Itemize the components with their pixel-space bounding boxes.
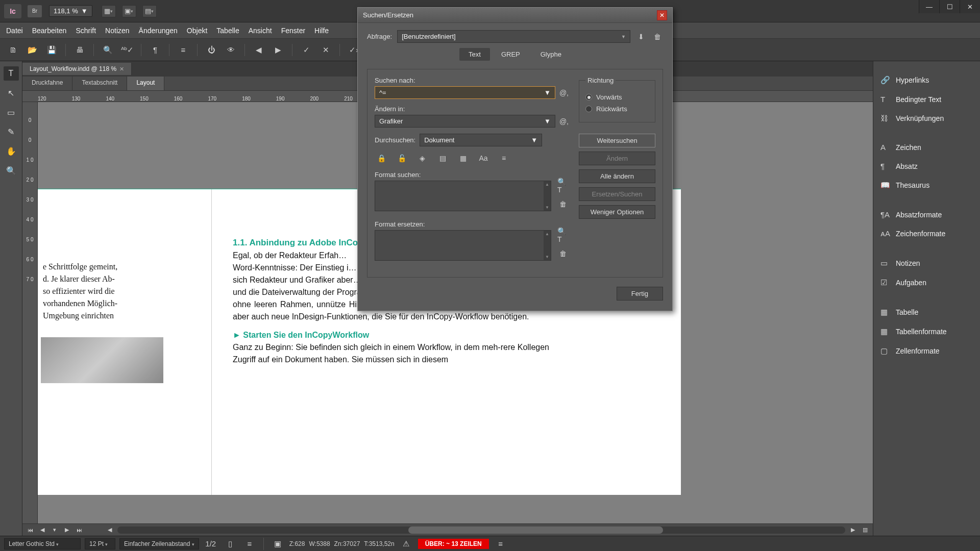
page-dropdown[interactable]: ▾ [50, 527, 59, 533]
menu-hilfe[interactable]: Hilfe [314, 27, 329, 35]
menu-objekt[interactable]: Objekt [187, 27, 207, 35]
radio-backward[interactable]: Rückwärts [585, 105, 649, 113]
prev-icon[interactable]: ◀ [251, 43, 266, 57]
tab-layout[interactable]: Layout [127, 77, 164, 90]
spellcheck-icon[interactable]: ᴬᵇ✓ [119, 43, 135, 57]
panel-character-styles[interactable]: ᴀAZeichenformate [873, 224, 980, 243]
zoom-dropdown[interactable]: 118,1 % ▼ [49, 5, 92, 17]
hidden-layers-icon[interactable]: ◈ [415, 153, 429, 164]
case-sensitive-icon[interactable]: Aa [477, 153, 490, 164]
lines-icon[interactable]: ≡ [242, 537, 257, 550]
dialog-close-button[interactable]: ✕ [657, 10, 667, 20]
master-pages-icon[interactable]: ▤ [436, 153, 449, 164]
panel-assignments[interactable]: ☑Aufgaben [873, 273, 980, 292]
horizontal-scrollbar[interactable] [117, 527, 845, 534]
zoom-tool[interactable]: 🔍 [4, 163, 19, 178]
format-find-box[interactable]: ▲▼ [375, 181, 551, 211]
change-button[interactable]: Ändern [579, 152, 655, 165]
locked-stories-icon[interactable]: 🔓 [395, 153, 408, 164]
panel-notes[interactable]: ▭Notizen [873, 254, 980, 273]
dialog-titlebar[interactable]: Suchen/Ersetzen ✕ [358, 8, 672, 23]
screen-mode-icon[interactable]: ▣▾ [122, 5, 136, 17]
panel-character[interactable]: AZeichen [873, 138, 980, 157]
save-icon[interactable]: 💾 [44, 43, 59, 57]
power-icon[interactable]: ⏻ [204, 43, 219, 57]
specify-find-format-icon[interactable]: 🔍T [557, 181, 569, 191]
new-icon[interactable]: 🗎 [5, 43, 20, 57]
radio-forward[interactable]: Vorwärts [585, 93, 649, 101]
pilcrow-icon[interactable]: ¶ [148, 43, 163, 57]
prev-page-icon[interactable]: ◀ [38, 527, 47, 533]
columns-icon[interactable]: ▯ [223, 537, 238, 550]
accept-icon[interactable]: ✓ [299, 43, 314, 57]
fewer-options-button[interactable]: Weniger Optionen [579, 205, 655, 219]
last-page-icon[interactable]: ⏭ [75, 527, 84, 533]
format-replace-box[interactable]: ▲▼ [375, 230, 551, 261]
find-icon[interactable]: 🔍 [100, 43, 115, 57]
change-all-button[interactable]: Alle ändern [579, 169, 655, 183]
search-scope-dropdown[interactable]: Dokument▼ [420, 134, 542, 146]
menu-schrift[interactable]: Schrift [76, 27, 96, 35]
next-page-icon[interactable]: ▶ [62, 527, 71, 533]
find-next-button[interactable]: Weitersuchen [579, 134, 655, 147]
menu-ansicht[interactable]: Ansicht [249, 27, 272, 35]
specify-replace-format-icon[interactable]: 🔍T [557, 230, 569, 240]
menu-icon[interactable]: ≡ [176, 43, 191, 57]
scroll-left-icon[interactable]: ◀ [105, 527, 114, 533]
tab-textabschnitt[interactable]: Textabschnitt [72, 77, 127, 90]
change-special-icon[interactable]: @, [559, 117, 569, 126]
menu-aenderungen[interactable]: Änderungen [139, 27, 178, 35]
eye-icon[interactable]: 👁 [223, 43, 238, 57]
clear-replace-format-icon[interactable]: 🗑 [557, 248, 569, 259]
font-dropdown[interactable]: Letter Gothic Std ▾ [4, 538, 81, 549]
text-tool[interactable]: T [4, 66, 19, 81]
menu-notizen[interactable]: Notizen [105, 27, 129, 35]
change-input[interactable]: Grafiker▼ [375, 115, 555, 128]
query-dropdown[interactable]: [Benutzerdefiniert]▼ [397, 30, 630, 43]
close-tab-icon[interactable]: ✕ [119, 66, 124, 72]
note-tool[interactable]: ▭ [4, 105, 19, 119]
menu-bearbeiten[interactable]: Bearbeiten [32, 27, 67, 35]
find-input[interactable]: ^=▼ [375, 86, 555, 99]
menu-datei[interactable]: Datei [6, 27, 23, 35]
panel-paragraph[interactable]: ¶Absatz [873, 157, 980, 176]
status-menu-icon[interactable]: ≡ [493, 537, 508, 550]
panel-links[interactable]: ⛓Verknüpfungen [873, 109, 980, 128]
first-page-icon[interactable]: ⏮ [26, 527, 35, 533]
maximize-button[interactable]: ☐ [939, 0, 960, 13]
text-column-1[interactable]: e Schrittfolge gemeint, d. Je klarer die… [43, 261, 165, 322]
tab-text[interactable]: Text [459, 48, 490, 61]
tab-druckfahne[interactable]: Druckfahne [22, 77, 72, 90]
panel-hyperlinks[interactable]: 🔗Hyperlinks [873, 70, 980, 90]
panel-cell-styles[interactable]: ▢Zellenformate [873, 341, 980, 361]
footnotes-icon[interactable]: ▦ [456, 153, 470, 164]
menu-tabelle[interactable]: Tabelle [216, 27, 239, 35]
close-button[interactable]: ✕ [960, 0, 980, 13]
tab-grep[interactable]: GREP [492, 48, 529, 61]
split-view-icon[interactable]: ▥ [861, 527, 870, 533]
replace-find-button[interactable]: Ersetzen/Suchen [579, 187, 655, 201]
panel-paragraph-styles[interactable]: ¶AAbsatzformate [873, 205, 980, 224]
bridge-button[interactable]: Br [28, 5, 42, 17]
menu-fenster[interactable]: Fenster [281, 27, 305, 35]
eyedropper-tool[interactable]: ✎ [4, 124, 19, 139]
minimize-button[interactable]: — [919, 0, 939, 13]
selection-tool[interactable]: ↖ [4, 86, 19, 100]
tab-glyph[interactable]: Glyphe [531, 48, 571, 61]
open-icon[interactable]: 📂 [24, 43, 40, 57]
clear-find-format-icon[interactable]: 🗑 [557, 199, 569, 209]
print-icon[interactable]: 🖶 [72, 43, 87, 57]
document-tab[interactable]: Layout_Workflow.indd @ 118 % ✕ [22, 63, 132, 75]
whole-word-icon[interactable]: ≡ [497, 153, 510, 164]
next-icon[interactable]: ▶ [271, 43, 286, 57]
panel-table[interactable]: ▦Tabelle [873, 303, 980, 322]
find-special-icon[interactable]: @, [559, 89, 569, 97]
arrange-icon[interactable]: ▤▾ [142, 5, 157, 17]
font-size-dropdown[interactable]: 12 Pt ▾ [85, 538, 115, 549]
done-button[interactable]: Fertig [617, 287, 663, 300]
locked-layers-icon[interactable]: 🔒 [375, 153, 388, 164]
panel-conditional-text[interactable]: TBedingter Text [873, 90, 980, 109]
leading-dropdown[interactable]: Einfacher Zeilenabstand ▾ [119, 538, 199, 549]
reject-icon[interactable]: ✕ [318, 43, 333, 57]
panel-thesaurus[interactable]: 📖Thesaurus [873, 176, 980, 195]
